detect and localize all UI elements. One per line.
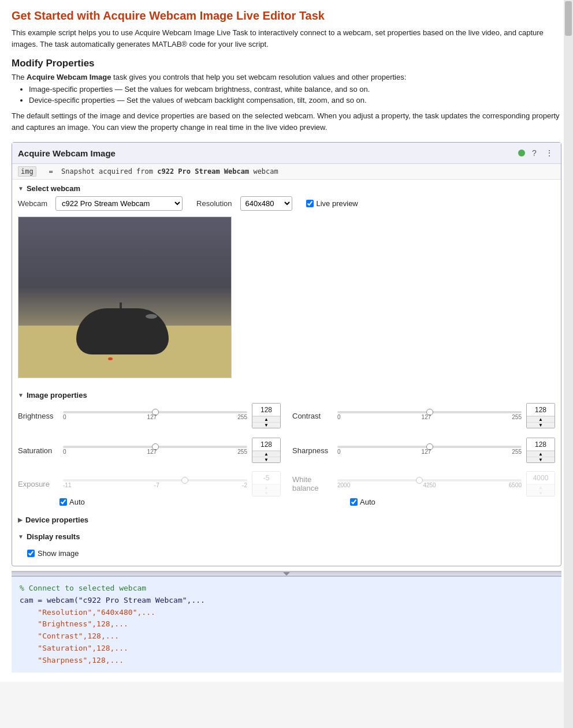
- bullet-list: Image-specific properties — Set the valu…: [29, 85, 561, 104]
- code-tag: img: [18, 166, 36, 177]
- help-button[interactable]: ?: [529, 147, 540, 159]
- saturation-ticks: 0 127 255: [63, 448, 247, 456]
- exposure-row: Exposure -11 -7 -2 -5: [18, 471, 281, 496]
- mouse-highlight: [146, 314, 157, 319]
- show-image-checkbox[interactable]: [27, 550, 35, 557]
- display-results-toggle[interactable]: ▼ Display results: [18, 528, 555, 544]
- brightness-value: 128: [252, 404, 280, 416]
- sharpness-row: Sharpness 0 127 255 128: [292, 438, 555, 463]
- modify-properties-heading: Modify Properties: [12, 58, 561, 69]
- show-image-label: Show image: [38, 549, 79, 558]
- intro-text: This example script helps you to use Acq…: [12, 27, 561, 50]
- webcam-preview: [18, 216, 232, 378]
- wb-label: White balance: [292, 475, 333, 492]
- saturation-tick-mid: 127: [147, 449, 157, 455]
- code-line: img = Snapshot acquired from c922 Pro St…: [12, 164, 561, 180]
- brightness-label: Brightness: [18, 412, 58, 420]
- code-line-6: "Saturation",128,...: [20, 643, 553, 655]
- exposure-value: -5: [252, 472, 280, 484]
- brightness-ticks: 0 127 255: [63, 413, 247, 421]
- live-preview-checkbox[interactable]: [306, 200, 314, 207]
- sharpness-slider-container: 0 127 255: [337, 446, 522, 456]
- brightness-up[interactable]: ▲: [252, 416, 280, 422]
- saturation-up[interactable]: ▲: [252, 451, 280, 457]
- brightness-spinbox: 128 ▲ ▼: [252, 403, 281, 428]
- sharpness-down[interactable]: ▼: [527, 457, 555, 462]
- brightness-tick-mid: 127: [147, 414, 157, 420]
- sharpness-up[interactable]: ▲: [527, 451, 555, 457]
- exposure-arrows: ▲ ▼: [252, 484, 280, 496]
- sharpness-spinbox: 128 ▲ ▼: [526, 438, 555, 463]
- sharpness-tick-mid: 127: [422, 449, 431, 455]
- contrast-tick-max: 255: [512, 414, 522, 420]
- display-results-arrow: ▼: [18, 533, 24, 540]
- wb-auto-checkbox[interactable]: [350, 498, 358, 506]
- resolution-select[interactable]: 640x480 1280x720 1920x1080: [240, 196, 292, 211]
- page-title: Get Started with Acquire Webcam Image Li…: [12, 9, 561, 23]
- brightness-arrows: ▲ ▼: [252, 416, 280, 428]
- exposure-up: ▲: [252, 484, 280, 490]
- sharpness-ticks: 0 127 255: [337, 448, 522, 456]
- exposure-down: ▼: [252, 490, 280, 496]
- contrast-down[interactable]: ▼: [527, 422, 555, 428]
- brightness-down[interactable]: ▼: [252, 422, 280, 428]
- webcam-field-label: Webcam: [18, 199, 47, 208]
- code-string-2: "Brightness",128,...: [20, 619, 128, 628]
- sharpness-tick-0: 0: [337, 449, 341, 455]
- wb-tick-min: 2000: [337, 482, 350, 488]
- scrollbar-thumb[interactable]: [565, 1, 572, 36]
- sliders-grid: Brightness 0 127 255 128: [18, 403, 555, 463]
- contrast-value: 128: [527, 404, 555, 416]
- wb-up: ▲: [527, 484, 555, 490]
- device-properties-arrow: ▶: [18, 517, 23, 523]
- resize-triangle-up: [283, 572, 290, 576]
- exposure-tick-mid: -7: [154, 482, 159, 488]
- contrast-row: Contrast 0 127 255 128: [292, 403, 555, 428]
- image-properties-toggle[interactable]: ▼ Image properties: [18, 386, 555, 403]
- contrast-arrows: ▲ ▼: [527, 416, 555, 428]
- saturation-row: Saturation 0 127 255 128: [18, 438, 281, 463]
- brightness-tick-max: 255: [237, 414, 247, 420]
- saturation-spinbox: 128 ▲ ▼: [252, 438, 281, 463]
- device-properties-toggle[interactable]: ▶ Device properties: [18, 512, 555, 528]
- modify-bold: Acquire Webcam Image: [27, 73, 111, 81]
- webcam-controls-row: Webcam c922 Pro Stream Webcam Resolution…: [18, 196, 555, 211]
- brightness-slider-container: 0 127 255: [63, 411, 247, 421]
- wb-row: White balance 2000 4250 6500 4000: [292, 471, 555, 496]
- device-properties-label: Device properties: [25, 516, 88, 524]
- code-text: = Snapshot acquired from c922 Pro Stream…: [40, 167, 278, 176]
- bullet-item-2: Device-specific properties — Set the val…: [29, 96, 561, 104]
- contrast-up[interactable]: ▲: [527, 416, 555, 422]
- exposure-slider-container: -11 -7 -2: [63, 479, 247, 489]
- exposure-auto-row: Auto: [59, 498, 281, 506]
- code-panel: % Connect to selected webcam cam = webca…: [12, 576, 561, 673]
- task-header: Acquire Webcam Image ? ⋮: [12, 143, 561, 164]
- code-string-3: "Contrast",128,...: [20, 632, 119, 640]
- select-webcam-label: Select webcam: [27, 184, 80, 193]
- code-string-5: "Sharpness",128,...: [20, 656, 124, 664]
- saturation-tick-max: 255: [237, 449, 247, 455]
- wb-ticks: 2000 4250 6500: [337, 481, 522, 489]
- code-line-2: cam = webcam("c922 Pro Stream Webcam",..…: [20, 595, 553, 607]
- contrast-label: Contrast: [292, 412, 333, 420]
- wb-slider-container: 2000 4250 6500: [337, 479, 522, 489]
- modify-desc: The Acquire Webcam Image task gives you …: [12, 73, 561, 81]
- code-line-3: "Resolution","640x480",...: [20, 607, 553, 619]
- code-string-1: "Resolution","640x480",...: [20, 608, 155, 617]
- saturation-down[interactable]: ▼: [252, 457, 280, 462]
- scrollbar[interactable]: [564, 0, 573, 682]
- contrast-ticks: 0 127 255: [337, 413, 522, 421]
- menu-button[interactable]: ⋮: [544, 147, 555, 159]
- default-settings-text: The default settings of the image and de…: [12, 110, 561, 133]
- code-line-1: % Connect to selected webcam: [20, 583, 553, 595]
- select-webcam-toggle[interactable]: ▼ Select webcam: [18, 180, 555, 196]
- exposure-tick-min: -11: [63, 482, 71, 488]
- exposure-auto-checkbox[interactable]: [59, 498, 67, 506]
- wb-value: 4000: [527, 472, 555, 484]
- webcam-select[interactable]: c922 Pro Stream Webcam: [55, 196, 183, 211]
- wb-tick-max: 6500: [509, 482, 522, 488]
- code-line-7: "Sharpness",128,...: [20, 655, 553, 667]
- resize-handle[interactable]: [12, 571, 561, 576]
- sharpness-label: Sharpness: [292, 446, 333, 455]
- saturation-slider-container: 0 127 255: [63, 446, 247, 456]
